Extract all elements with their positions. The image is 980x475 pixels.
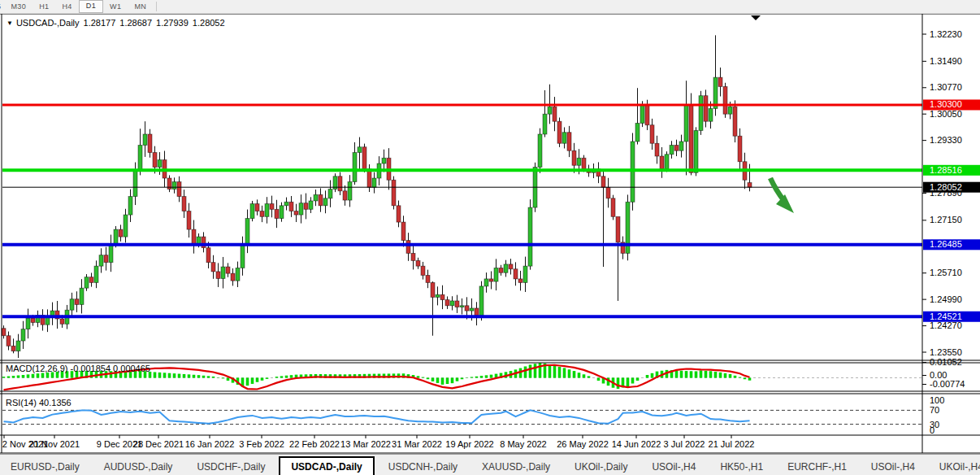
toolbar-separator [156, 2, 157, 11]
candle-body [153, 152, 157, 167]
symbol-tab-usoilh4[interactable]: USOil-,H4 [861, 459, 926, 475]
price-tick-label: 1.30770 [930, 82, 962, 92]
timeframe-button-m30[interactable]: M30 [4, 1, 33, 12]
symbol-tab-usoilh4[interactable]: USOil-,H4 [641, 459, 706, 475]
timeframe-button-h1[interactable]: H1 [33, 1, 55, 12]
candle-body [314, 194, 318, 201]
price-badge-label: 1.24521 [930, 312, 962, 321]
candle-body [460, 306, 464, 307]
date-tick-label: 31 Mar 2022 [392, 439, 442, 449]
candle-body [567, 133, 571, 151]
candle-body [192, 229, 196, 244]
rsi-axis-label: 70 [930, 405, 939, 415]
price-tick-label: 1.30050 [930, 109, 962, 119]
date-tick-label: 22 Feb 2022 [289, 439, 340, 449]
candle-body [7, 336, 11, 346]
candle-body [289, 202, 293, 211]
symbol-tab-audusddaily[interactable]: AUDUSD-,Daily [93, 459, 184, 475]
symbol-tab-eurchfh1[interactable]: EURCHF-,H1 [777, 459, 857, 475]
candle-body [475, 308, 479, 316]
candle-body [138, 145, 142, 171]
candle-body [694, 130, 698, 172]
symbol-tab-ukoilh4[interactable]: UKOil-,H4 [929, 459, 980, 475]
timeframe-button-d1[interactable]: D1 [79, 0, 103, 13]
candle-body [382, 158, 386, 163]
symbol-tab-eurusddaily[interactable]: EURUSD-,Daily [0, 459, 90, 475]
candle-body [679, 142, 683, 150]
candle-body [718, 77, 722, 86]
candle-body [21, 329, 25, 341]
trading-platform-window: 5M30H1H4D1W1MN 1.322301.314901.307701.30… [0, 0, 980, 475]
candle-body [484, 279, 488, 286]
timeframe-toolbar: 5M30H1H4D1W1MN [0, 0, 980, 14]
candle-body [206, 248, 210, 263]
candle-body [309, 201, 313, 209]
chart-dropdown-icon[interactable]: ▼ [7, 20, 13, 27]
candle-body [553, 107, 557, 121]
candle-body [358, 147, 362, 153]
candle-body [401, 222, 405, 241]
candle-body [738, 136, 742, 162]
symbol-tab-ukoildaily[interactable]: UKOil-,Daily [564, 459, 638, 475]
date-tick-label: 14 Jun 2022 [612, 439, 661, 449]
symbol-tab-xauusddaily[interactable]: XAUUSD-,Daily [471, 459, 561, 475]
candle-body [494, 268, 498, 281]
macd-axis-label: -0.00774 [930, 379, 965, 389]
rsi-axis-label: 100 [930, 395, 944, 405]
candle-body [304, 203, 308, 210]
candle-body [582, 158, 586, 169]
candle-body [80, 288, 84, 304]
candle-body [562, 133, 566, 144]
candle-body [426, 275, 430, 282]
candle-body [699, 96, 703, 131]
date-tick-label: 26 May 2022 [557, 439, 609, 449]
candle-body [119, 229, 123, 237]
date-tick-label: 28 Dec 2021 [133, 439, 184, 449]
candle-body [548, 107, 552, 114]
candle-body [397, 206, 401, 222]
candle-body [538, 134, 542, 168]
candle-body [362, 147, 366, 169]
date-tick-label: 13 Mar 2022 [340, 439, 391, 449]
symbol-tab-usdchfdaily[interactable]: USDCHF-,Daily [186, 459, 275, 475]
candle-body [543, 114, 547, 134]
candle-body [518, 279, 523, 283]
candle-body [275, 209, 279, 218]
candle-body [465, 306, 469, 311]
candle-body [197, 237, 201, 244]
candle-body [577, 158, 581, 165]
symbol-tab-usdcnhdaily[interactable]: USDCNH-,Daily [378, 459, 468, 475]
macd-name: MACD(12,26,9) [6, 364, 67, 373]
candle-body [601, 176, 605, 188]
price-tick-label: 1.29330 [930, 135, 962, 145]
candle-body [479, 286, 483, 316]
symbol-tab-hk50h1[interactable]: HK50-,H1 [709, 459, 774, 475]
candle-body [143, 134, 147, 146]
candle-body [187, 211, 191, 230]
candle-body [470, 308, 474, 311]
candle-body [2, 329, 6, 336]
candle-body [372, 178, 376, 187]
candle-body [158, 160, 162, 168]
candle-body [241, 244, 245, 268]
timeframe-button-w1[interactable]: W1 [103, 1, 128, 12]
date-tick-label: 8 May 2022 [500, 439, 546, 449]
timeframe-button-mn[interactable]: MN [128, 1, 153, 12]
candle-body [674, 145, 679, 150]
symbol-tab-usdcaddaily[interactable]: USDCAD-,Daily [279, 456, 374, 475]
rsi-value: 40.1356 [39, 398, 72, 407]
candle-body [611, 198, 615, 217]
candle-body [635, 123, 640, 142]
candle-body [504, 264, 508, 272]
price-chart-canvas[interactable]: 1.322301.314901.307701.300501.293301.278… [0, 0, 980, 475]
candle-body [499, 268, 503, 272]
candle-body [299, 203, 303, 215]
candle-body [319, 194, 323, 206]
price-tick-label: 1.27150 [930, 215, 962, 224]
rsi-axis-label: 0 [930, 425, 934, 435]
macd-values: -0.001854 0.000465 [70, 364, 150, 373]
candle-body [236, 268, 240, 281]
timeframe-button-h4[interactable]: H4 [55, 1, 78, 12]
candle-body [133, 171, 137, 197]
candle-body [670, 145, 674, 154]
